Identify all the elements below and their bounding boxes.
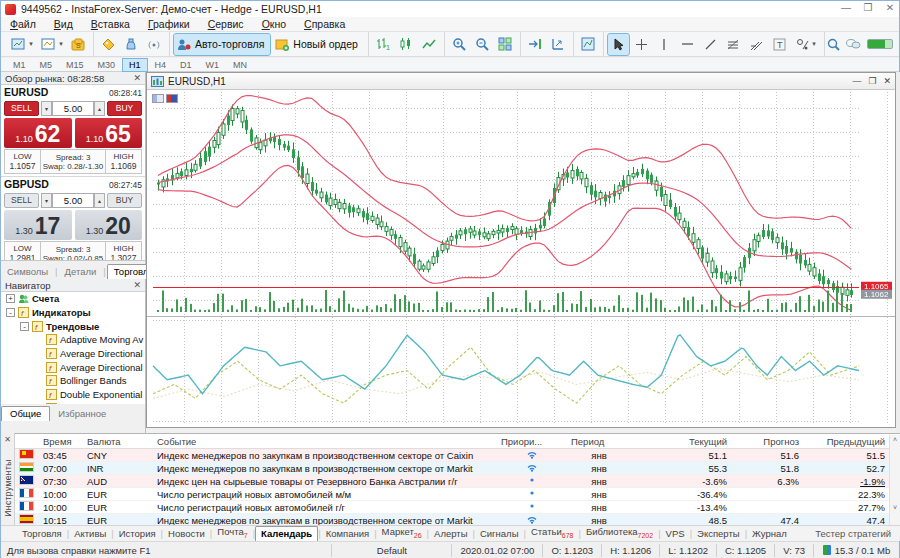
toolbox-tab-VPS[interactable]: VPS <box>661 527 690 541</box>
vertical-line-tool-button[interactable] <box>654 34 675 55</box>
tree-item-bollinger-bands[interactable]: fBollinger Bands <box>1 374 145 388</box>
menu-item-Вставка[interactable]: Вставка <box>82 18 139 30</box>
shapes-tool-button[interactable]: ▾ <box>792 34 820 55</box>
window-minimize-button[interactable]: — <box>839 2 853 13</box>
new-chart-button[interactable]: ▾ <box>8 34 36 55</box>
tree-item-average-directional[interactable]: fAverage Directional <box>1 360 145 374</box>
chart-shift-button[interactable] <box>548 34 569 55</box>
tile-windows-button[interactable] <box>495 34 516 55</box>
zoom-out-button[interactable] <box>472 34 493 55</box>
status-profile[interactable]: Default <box>331 544 451 557</box>
toolbox-tab-Торговля[interactable]: Торговля <box>17 527 67 541</box>
chart-maximize-button[interactable]: ❐ <box>868 76 876 86</box>
autoscroll-button[interactable] <box>525 34 546 55</box>
tree-item-average-directional[interactable]: fAverage Directional <box>1 347 145 361</box>
profiles-button[interactable]: ▾ <box>38 34 66 55</box>
text-tool-button[interactable]: T <box>769 34 790 55</box>
timeframe-H1[interactable]: H1 <box>123 59 147 71</box>
calendar-row[interactable]: 07:00INRИндекс менеджеров по закупкам в … <box>15 462 889 475</box>
market-watch-tab-Детали[interactable]: Детали <box>59 265 103 279</box>
close-icon[interactable]: ✕ <box>133 73 141 83</box>
buy-button[interactable]: BUY <box>107 101 142 116</box>
tree-item-double-exponential[interactable]: fDouble Exponential <box>1 388 145 402</box>
buy-button[interactable]: BUY <box>107 193 142 208</box>
timeframe-W1[interactable]: W1 <box>200 59 226 71</box>
close-icon[interactable]: ✕ <box>133 280 141 290</box>
bar-chart-mode-button[interactable]: 1 <box>373 34 394 55</box>
timeframe-MN[interactable]: MN <box>227 59 253 71</box>
timeframe-D1[interactable]: D1 <box>174 59 198 71</box>
toolbox-tab-Алерты[interactable]: Алерты <box>429 527 472 541</box>
tree-item-adaptive-moving-av[interactable]: fAdaptive Moving Av <box>1 333 145 347</box>
sell-button[interactable]: SELL <box>4 101 39 116</box>
channel-tool-button[interactable] <box>746 34 767 55</box>
toolbox-tab-История[interactable]: История <box>114 527 161 541</box>
indicators-button[interactable] <box>578 34 599 55</box>
cursor-tool-button[interactable] <box>608 34 629 55</box>
timeframe-M15[interactable]: M15 <box>60 59 90 71</box>
timeframe-M1[interactable]: M1 <box>7 59 32 71</box>
menu-item-Файл[interactable]: Файл <box>1 18 45 30</box>
bid-price[interactable]: 1.1062 <box>4 118 72 148</box>
menu-item-Окно[interactable]: Окно <box>253 18 295 30</box>
tree-item-счета[interactable]: +Счета <box>1 292 145 306</box>
navigator-tab-Общие[interactable]: Общие <box>1 406 50 421</box>
close-icon[interactable]: ✕ <box>1 433 14 444</box>
timeframe-H4[interactable]: H4 <box>149 59 173 71</box>
scroll-up-icon[interactable]: ˄ <box>890 435 900 443</box>
charts-folder-button[interactable]: S <box>68 34 89 55</box>
candlestick-mode-button[interactable] <box>396 34 417 55</box>
chart-minimize-button[interactable]: — <box>852 76 861 86</box>
calendar-row[interactable]: 03:45CNYИндекс менеджеров по закупкам в … <box>15 449 889 462</box>
lot-value[interactable]: 5.00 <box>52 193 94 208</box>
toolbox-tab-Эксперты[interactable]: Эксперты <box>692 527 745 541</box>
new-order-button[interactable]: Новый ордер <box>272 34 364 55</box>
horizontal-line-tool-button[interactable] <box>677 34 698 55</box>
scroll-down-icon[interactable]: ˅ <box>890 504 900 511</box>
toolbox-tab-Статьи[interactable]: Статьи678 <box>526 525 578 541</box>
trendline-tool-button[interactable] <box>700 34 721 55</box>
ask-price[interactable]: 1.1065 <box>75 118 143 148</box>
line-chart-mode-button[interactable] <box>419 34 440 55</box>
price-tags-button[interactable] <box>98 34 119 55</box>
tester-tab[interactable]: Тестер стратегий <box>815 528 891 541</box>
depth-of-market-button[interactable] <box>121 34 142 55</box>
toolbox-tab-Новости[interactable]: Новости <box>163 527 210 541</box>
calendar-row[interactable]: 10:00EURЧисло регистраций новых автомоби… <box>15 501 889 514</box>
tree-expander-icon[interactable]: - <box>6 308 15 317</box>
window-close-button[interactable]: ✕ <box>883 2 897 13</box>
stepper-down-icon[interactable]: ▾ <box>41 101 52 116</box>
search-icon[interactable] <box>827 38 840 51</box>
zoom-in-button[interactable] <box>449 34 470 55</box>
toolbox-tab-Журнал[interactable]: Журнал <box>747 527 792 541</box>
menu-item-Сервис[interactable]: Сервис <box>199 18 253 30</box>
chart-close-button[interactable]: ✕ <box>883 76 891 86</box>
price-chart-canvas[interactable] <box>147 90 895 427</box>
navigator-tab-Избранное[interactable]: Избранное <box>50 407 114 421</box>
timeframe-M5[interactable]: M5 <box>34 59 59 71</box>
stepper-up-icon[interactable]: ▴ <box>94 101 105 116</box>
toolbox-tab-Почта[interactable]: Почта7 <box>212 525 252 541</box>
menu-item-Вид[interactable]: Вид <box>45 18 82 30</box>
lot-value[interactable]: 5.00 <box>52 101 94 116</box>
lot-stepper[interactable]: ▾5.00▴ <box>41 193 105 208</box>
toolbox-tab-Календарь[interactable]: Календарь <box>255 526 318 541</box>
chart-title-bar[interactable]: EURUSD,H1 — ❐ ✕ <box>147 73 895 90</box>
tree-item-индикаторы[interactable]: -fИндикаторы <box>1 306 145 320</box>
calendar-scrollbar[interactable]: ˄ ˅ <box>889 435 900 525</box>
tree-expander-icon[interactable]: - <box>20 322 29 331</box>
ask-price[interactable]: 1.3020 <box>75 210 143 240</box>
toolbox-tab-Сигналы[interactable]: Сигналы <box>475 527 524 541</box>
stepper-down-icon[interactable]: ▾ <box>41 193 52 208</box>
toolbox-tab-Библиотека[interactable]: Библиотека7202 <box>581 525 658 541</box>
autotrade-button[interactable]: Авто-торговля <box>174 34 270 55</box>
depth-markers-icon[interactable] <box>166 94 178 103</box>
calendar-row[interactable]: 10:00EURЧисло регистраций новых автомоби… <box>15 488 889 501</box>
market-watch-tab-Символы[interactable]: Символы <box>1 265 54 279</box>
chat-icon[interactable] <box>846 38 861 50</box>
window-maximize-button[interactable]: ❐ <box>861 2 875 13</box>
sell-button[interactable]: SELL <box>4 193 39 208</box>
menu-item-Справка[interactable]: Справка <box>295 18 354 30</box>
lot-stepper[interactable]: ▾5.00▴ <box>41 101 105 116</box>
menu-item-Графики[interactable]: Графики <box>139 18 199 30</box>
